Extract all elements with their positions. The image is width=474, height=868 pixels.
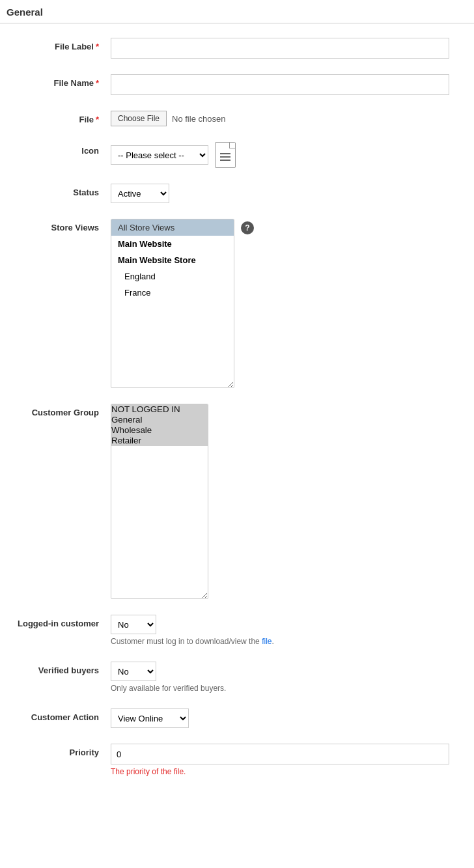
logged-in-customer-label: Logged-in customer xyxy=(7,615,111,628)
section-title: General xyxy=(0,0,474,23)
status-field: Active Inactive xyxy=(111,184,467,203)
file-label-row: File Label* xyxy=(0,30,474,66)
help-icon[interactable]: ? xyxy=(241,221,254,234)
priority-input[interactable] xyxy=(111,744,449,764)
file-field: Choose File No file chosen xyxy=(111,111,467,126)
logged-in-customer-select[interactable]: No Yes xyxy=(111,615,156,634)
store-views-container: All Store Views Main Website Main Websit… xyxy=(111,219,254,388)
icon-field: -- Please select -- xyxy=(111,142,467,168)
icon-select[interactable]: -- Please select -- xyxy=(111,145,208,165)
customer-group-row: Customer Group NOT LOGGED IN General Who… xyxy=(0,396,474,607)
customer-group-listbox[interactable]: NOT LOGGED IN General Wholesale Retailer xyxy=(111,404,208,599)
doc-icon-lines xyxy=(220,149,230,161)
customer-group-field: NOT LOGGED IN General Wholesale Retailer xyxy=(111,404,467,599)
priority-hint: The priority of the file. xyxy=(111,767,186,776)
priority-label: Priority xyxy=(7,744,111,757)
icon-label: Icon xyxy=(7,142,111,156)
file-name-input[interactable] xyxy=(111,74,449,95)
customer-action-row: Customer Action View Online Download xyxy=(0,701,474,736)
customer-group-label: Customer Group xyxy=(7,404,111,417)
customer-action-label: Customer Action xyxy=(7,708,111,722)
file-name-label: File Name* xyxy=(7,74,111,88)
status-select[interactable]: Active Inactive xyxy=(111,184,169,203)
store-views-field: All Store Views Main Website Main Websit… xyxy=(111,219,467,388)
file-name-row: File Name* xyxy=(0,66,474,103)
list-item[interactable]: Wholesale xyxy=(111,425,208,436)
verified-buyers-row: Verified buyers No Yes Only available fo… xyxy=(0,654,474,701)
logged-in-customer-field: No Yes Customer must log in to download/… xyxy=(111,615,467,646)
choose-file-button[interactable]: Choose File xyxy=(111,111,167,126)
list-item[interactable]: France xyxy=(111,285,234,301)
list-item[interactable]: General xyxy=(111,415,208,425)
file-link[interactable]: file xyxy=(262,637,272,646)
list-item[interactable]: Main Website xyxy=(111,236,234,252)
file-field-label: File* xyxy=(7,111,111,124)
verified-buyers-field: No Yes Only available for verified buyer… xyxy=(111,662,467,693)
status-label: Status xyxy=(7,184,111,197)
list-item[interactable]: All Store Views xyxy=(111,219,234,236)
list-item[interactable]: Main Website Store xyxy=(111,252,234,268)
store-views-label: Store Views xyxy=(7,219,111,232)
list-item[interactable]: Retailer xyxy=(111,436,208,446)
store-views-row: Store Views All Store Views Main Website… xyxy=(0,211,474,396)
priority-field: The priority of the file. xyxy=(111,744,467,776)
customer-action-select[interactable]: View Online Download xyxy=(111,708,189,728)
priority-row: Priority The priority of the file. xyxy=(0,736,474,784)
status-row: Status Active Inactive xyxy=(0,176,474,211)
list-item[interactable]: England xyxy=(111,268,234,285)
file-label-label: File Label* xyxy=(7,38,111,51)
doc-icon xyxy=(215,142,236,168)
list-item[interactable]: NOT LOGGED IN xyxy=(111,404,208,415)
file-name-field xyxy=(111,74,467,95)
no-file-text: No file chosen xyxy=(172,114,225,124)
verified-buyers-hint: Only available for verified buyers. xyxy=(111,684,226,693)
verified-buyers-label: Verified buyers xyxy=(7,662,111,675)
file-input-row: Choose File No file chosen xyxy=(111,111,225,126)
icon-row: Icon -- Please select -- xyxy=(0,134,474,176)
icon-input-row: -- Please select -- xyxy=(111,142,236,168)
logged-in-customer-hint: Customer must log in to download/view th… xyxy=(111,637,274,646)
file-row: File* Choose File No file chosen xyxy=(0,103,474,134)
verified-buyers-select[interactable]: No Yes xyxy=(111,662,156,681)
store-views-listbox[interactable]: All Store Views Main Website Main Websit… xyxy=(111,219,234,388)
file-label-input[interactable] xyxy=(111,38,449,59)
logged-in-customer-row: Logged-in customer No Yes Customer must … xyxy=(0,607,474,654)
customer-action-field: View Online Download xyxy=(111,708,467,728)
file-label-field xyxy=(111,38,467,59)
